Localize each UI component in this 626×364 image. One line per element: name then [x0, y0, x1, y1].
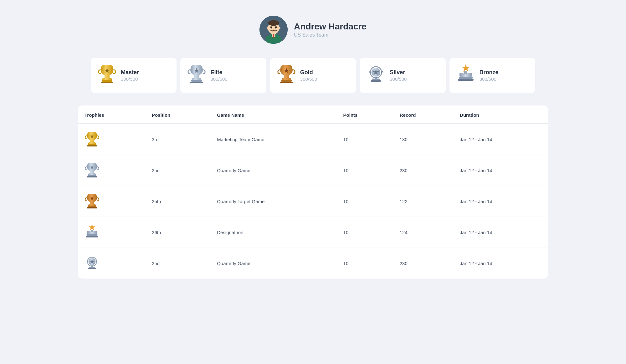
svg-rect-12 [101, 82, 113, 83]
trophy-card-elite-info: Elite 300/500 [210, 69, 227, 82]
trophy-card-elite[interactable]: Elite 300/500 [180, 58, 266, 93]
row-trophy-icon [78, 155, 146, 186]
svg-rect-27 [459, 77, 473, 79]
svg-rect-43 [91, 230, 93, 232]
trophy-card-master[interactable]: Master 300/500 [91, 58, 177, 93]
elite-trophy-icon [187, 64, 206, 87]
avatar [259, 16, 288, 44]
trophy-cards: Master 300/500 [78, 52, 548, 99]
table-header-row: Trophies Position Game Name Points Recor… [78, 105, 548, 124]
trophy-card-silver[interactable]: Silver 300/500 [360, 58, 445, 93]
row-game-name: Quarterly Game [211, 248, 337, 279]
row-duration: Jan 12 - Jan 14 [454, 186, 548, 217]
trophy-card-bronze-info: Bronze 300/500 [480, 69, 499, 82]
col-trophies: Trophies [78, 105, 146, 124]
master-card-score: 300/500 [121, 76, 139, 82]
svg-rect-24 [375, 77, 377, 79]
svg-marker-39 [89, 224, 95, 230]
row-duration: Jan 12 - Jan 14 [454, 217, 548, 248]
svg-rect-34 [88, 175, 96, 176]
svg-point-9 [275, 27, 277, 28]
row-record: 230 [393, 248, 454, 279]
row-trophy-icon [78, 124, 146, 155]
row-record: 230 [393, 155, 454, 186]
trophy-card-gold[interactable]: Gold 300/500 [270, 58, 356, 93]
elite-card-score: 300/500 [210, 76, 227, 82]
master-card-name: Master [121, 69, 139, 76]
svg-point-6 [267, 27, 269, 29]
svg-rect-38 [87, 207, 97, 208]
svg-rect-11 [102, 80, 112, 82]
row-record: 122 [393, 186, 454, 217]
svg-rect-41 [86, 234, 97, 236]
col-duration: Duration [454, 105, 548, 124]
gold-card-name: Gold [300, 69, 317, 76]
svg-rect-28 [458, 79, 474, 81]
profile-section: Andrew Hardacre US Sales Team [78, 6, 548, 52]
svg-rect-32 [87, 145, 97, 146]
gold-trophy-icon [277, 64, 296, 87]
svg-rect-48 [88, 268, 96, 269]
profile-info: Andrew Hardacre US Sales Team [294, 22, 367, 38]
row-record: 124 [393, 217, 454, 248]
svg-rect-42 [86, 236, 98, 238]
bronze-trophy-icon [456, 64, 475, 87]
row-points: 10 [337, 186, 393, 217]
svg-rect-49 [91, 265, 93, 267]
row-trophy-icon [78, 186, 146, 217]
row-trophy-icon [78, 217, 146, 248]
row-points: 10 [337, 248, 393, 279]
trophies-table: Trophies Position Game Name Points Recor… [78, 105, 548, 279]
row-game-name: Marketing Team Game [211, 124, 337, 155]
elite-card-name: Elite [210, 69, 227, 76]
svg-rect-29 [464, 71, 467, 74]
trophy-card-master-info: Master 300/500 [121, 69, 139, 82]
bronze-card-score: 300/500 [480, 76, 499, 82]
svg-rect-37 [88, 206, 96, 207]
svg-rect-17 [281, 80, 292, 82]
col-record: Record [393, 105, 454, 124]
row-position: 2nd [146, 155, 211, 186]
svg-rect-23 [371, 80, 381, 82]
row-position: 26th [146, 217, 211, 248]
row-game-name: Quarterly Game [211, 155, 337, 186]
silver-card-name: Silver [390, 69, 407, 76]
svg-rect-18 [280, 82, 293, 83]
svg-rect-14 [191, 80, 202, 82]
row-position: 3rd [146, 124, 211, 155]
row-points: 10 [337, 124, 393, 155]
bronze-card-name: Bronze [480, 69, 499, 76]
profile-name: Andrew Hardacre [294, 22, 367, 32]
trophy-card-silver-info: Silver 300/500 [390, 69, 407, 82]
master-trophy-icon [98, 64, 116, 87]
row-duration: Jan 12 - Jan 14 [454, 155, 548, 186]
row-points: 10 [337, 155, 393, 186]
gold-card-score: 300/500 [300, 76, 317, 82]
row-game-name: Quarterly Target Game [211, 186, 337, 217]
svg-point-8 [270, 27, 272, 28]
row-game-name: Designathon [211, 217, 337, 248]
row-points: 10 [337, 217, 393, 248]
table-section: Trophies Position Game Name Points Recor… [78, 105, 548, 279]
row-duration: Jan 12 - Jan 14 [454, 124, 548, 155]
col-game-name: Game Name [211, 105, 337, 124]
table-row: 2nd Quarterly Game 10 230 Jan 12 - Jan 1… [78, 248, 548, 279]
col-points: Points [337, 105, 393, 124]
table-row: 3rd Marketing Team Game 10 180 Jan 12 - … [78, 124, 548, 155]
svg-point-5 [268, 20, 279, 26]
row-record: 180 [393, 124, 454, 155]
profile-team: US Sales Team [294, 32, 367, 38]
svg-point-7 [278, 27, 280, 29]
row-trophy-icon [78, 248, 146, 279]
svg-rect-15 [190, 82, 203, 83]
silver-trophy-icon [367, 64, 385, 87]
svg-rect-31 [88, 144, 96, 145]
page-wrapper: Andrew Hardacre US Sales Team [78, 6, 548, 279]
row-duration: Jan 12 - Jan 14 [454, 248, 548, 279]
row-position: 25th [146, 186, 211, 217]
table-row: 2nd Quarterly Game 10 230 Jan 12 - Jan 1… [78, 155, 548, 186]
trophy-card-bronze[interactable]: Bronze 300/500 [449, 58, 535, 93]
row-position: 2nd [146, 248, 211, 279]
trophy-card-gold-info: Gold 300/500 [300, 69, 317, 82]
table-row: 26th Designathon 10 124 Jan 12 - Jan 14 [78, 217, 548, 248]
